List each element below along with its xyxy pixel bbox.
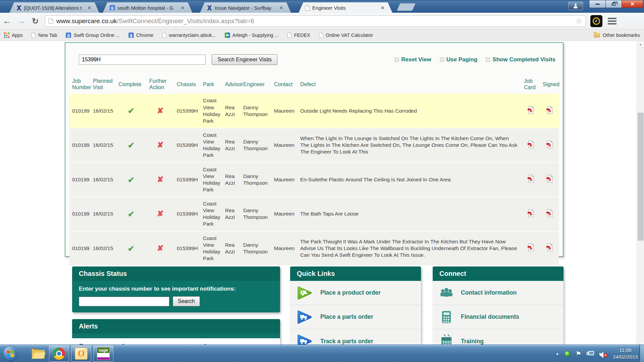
job-card-pdf-icon[interactable] — [527, 243, 534, 251]
windows-taskbar: O sage ▲ ⚑ ✕ 11:00 24/02/2015 — [0, 345, 644, 362]
complete-check-icon — [128, 109, 135, 115]
action-center-flag-icon[interactable]: ⚑ — [576, 350, 581, 358]
chassis-cell: 015399H — [174, 94, 200, 128]
page-icon — [287, 33, 292, 38]
taskbar-clock[interactable]: 11:00 24/02/2015 — [613, 347, 638, 361]
start-button[interactable] — [3, 346, 18, 361]
back-button[interactable]: ← — [0, 16, 14, 26]
network-icon[interactable] — [587, 351, 594, 357]
bookmark-star-icon[interactable]: ☆ — [576, 17, 582, 25]
extension-button[interactable]: ✓ — [590, 15, 602, 27]
quick-links-panel: Quick Links Place a product order — [290, 266, 421, 345]
signed-pdf-icon[interactable] — [546, 243, 553, 251]
quick-links-title: Quick Links — [290, 266, 421, 281]
visit-row[interactable]: 010199 16/02/15 015399H Coast View Holid… — [69, 128, 559, 163]
training-link[interactable]: Training — [433, 329, 564, 345]
new-tab-button[interactable] — [397, 3, 416, 11]
other-bookmarks[interactable]: Other bookmarks — [594, 33, 640, 38]
visit-row[interactable]: 010199 16/02/15 015399H Coast View Holid… — [69, 231, 559, 266]
visit-row[interactable]: 010199 16/02/15 015399H Coast View Holid… — [69, 163, 559, 197]
tab-title: south Molton hospital - G — [117, 5, 173, 11]
show-desktop-button[interactable] — [639, 345, 644, 362]
tab-engineer-visits-active[interactable]: Engineer Visits ✕ — [299, 2, 392, 13]
visit-search-input[interactable] — [79, 55, 206, 65]
google-favicon: g — [66, 33, 71, 38]
close-button[interactable]: ✕ — [622, 0, 643, 8]
visit-row[interactable]: 010199 16/02/15 015399H Coast View Holid… — [69, 94, 559, 128]
profile-button[interactable] — [568, 2, 583, 10]
col-advisor: Advisor — [222, 75, 240, 94]
taskbar-chrome-button[interactable] — [49, 346, 69, 362]
bookmark-swift-group[interactable]: g Swift Group Online ... — [66, 33, 120, 38]
engineer-cell: Danny Thompson — [240, 163, 271, 197]
volume-muted-icon[interactable]: ✕ — [599, 351, 607, 357]
bookmark-vat-calculator[interactable]: Online VAT Calculator — [319, 33, 373, 38]
job-card-pdf-icon[interactable] — [527, 209, 534, 217]
tab-close-icon[interactable]: ✕ — [87, 5, 92, 10]
planned-visit-cell: 16/02/15 — [90, 128, 116, 163]
job-card-cell — [521, 197, 540, 231]
tab-quot-1528[interactable]: [QUOT-1528] Alterations t ✕ — [9, 2, 99, 13]
signed-pdf-icon[interactable] — [546, 209, 553, 217]
advisor-cell: Rea Azzi — [222, 197, 240, 231]
tab-close-icon[interactable]: ✕ — [380, 5, 385, 10]
job-card-pdf-icon[interactable] — [527, 106, 534, 114]
park-cell: Coast View Holiday Park — [200, 197, 222, 231]
job-card-pdf-icon[interactable] — [527, 175, 534, 183]
visit-row[interactable]: 010199 16/02/15 015399H Coast View Holid… — [69, 197, 559, 231]
signed-cell — [540, 163, 559, 197]
tab-south-molton[interactable]: g south Molton hospital - G ✕ — [103, 2, 193, 13]
scroll-up-arrow[interactable]: ▲ — [637, 41, 644, 48]
scroll-thumb[interactable] — [638, 113, 644, 241]
tab-issue-navigator[interactable]: Issue Navigator - Surfbay ✕ — [200, 2, 291, 13]
reset-view-link[interactable]: Reset View — [395, 56, 431, 63]
bookmark-arleigh[interactable]: Arleigh - Supplying ... — [225, 33, 279, 38]
google-favicon: g — [109, 5, 115, 11]
signed-pdf-icon[interactable] — [546, 140, 553, 148]
contact-information-link[interactable]: Contact information — [433, 281, 564, 305]
bookmark-new-tab[interactable]: New Tab — [32, 33, 57, 38]
window-controls: ✕ — [589, 0, 643, 8]
bookmark-fedex[interactable]: FEDEX — [287, 33, 310, 38]
bookmark-chrome[interactable]: g Chrome — [128, 33, 154, 38]
taskbar-explorer-button[interactable] — [28, 346, 48, 362]
job-card-pdf-icon[interactable] — [527, 140, 534, 148]
col-complete: Complete — [116, 75, 147, 94]
bookmark-apps[interactable]: Apps — [4, 33, 23, 38]
search-engineer-visits-button[interactable]: Search Engineer Visits — [212, 54, 277, 65]
job-number-cell: 010199 — [69, 163, 90, 197]
contact-cell: Maureen — [271, 231, 298, 266]
job-card-cell — [521, 231, 540, 266]
taskbar-sage-button[interactable]: sage — [93, 346, 113, 362]
chassis-number-input[interactable] — [79, 297, 169, 306]
use-paging-link[interactable]: Use Paging — [440, 56, 478, 63]
chassis-search-button[interactable]: Search — [173, 296, 200, 306]
address-bar[interactable]: www.supercare.co.uk/SwiftConnect/Enginee… — [45, 15, 586, 27]
restore-button[interactable] — [606, 0, 622, 8]
sage-icon: sage — [97, 347, 110, 360]
engineer-cell: Danny Thompson — [240, 197, 271, 231]
further-action-cross-icon — [157, 246, 163, 252]
place-parts-order-link[interactable]: Place a parts order — [290, 305, 421, 329]
job-number-cell: 010199 — [69, 128, 90, 163]
forward-button[interactable]: → — [14, 16, 28, 26]
reload-button[interactable]: ↻ — [28, 16, 42, 26]
taskbar-outlook-button[interactable]: O — [71, 346, 91, 362]
alerts-clipped-content — [72, 338, 280, 345]
bookmark-warrantyclaim[interactable]: warrantyclaim.abiuk... — [162, 33, 216, 38]
financial-documents-link[interactable]: Financial documents — [433, 305, 564, 329]
tab-close-icon[interactable]: ✕ — [279, 5, 284, 10]
place-product-order-link[interactable]: Place a product order — [290, 281, 421, 305]
col-job-number: Job Number — [69, 75, 90, 94]
tab-close-icon[interactable]: ✕ — [180, 5, 185, 10]
minimize-button[interactable] — [589, 0, 606, 8]
col-park: Park — [200, 75, 222, 94]
show-hidden-icons-button[interactable]: ▲ — [555, 352, 559, 356]
vertical-scrollbar[interactable]: ▲ — [637, 41, 644, 345]
tray-status-orb-icon[interactable] — [565, 351, 570, 357]
signed-pdf-icon[interactable] — [546, 175, 553, 183]
track-parts-order-link[interactable]: Track a parts order — [290, 329, 421, 345]
signed-pdf-icon[interactable] — [546, 106, 553, 114]
show-completed-visits-link[interactable]: Show Completed Visits — [486, 56, 555, 63]
menu-button[interactable] — [608, 18, 616, 24]
